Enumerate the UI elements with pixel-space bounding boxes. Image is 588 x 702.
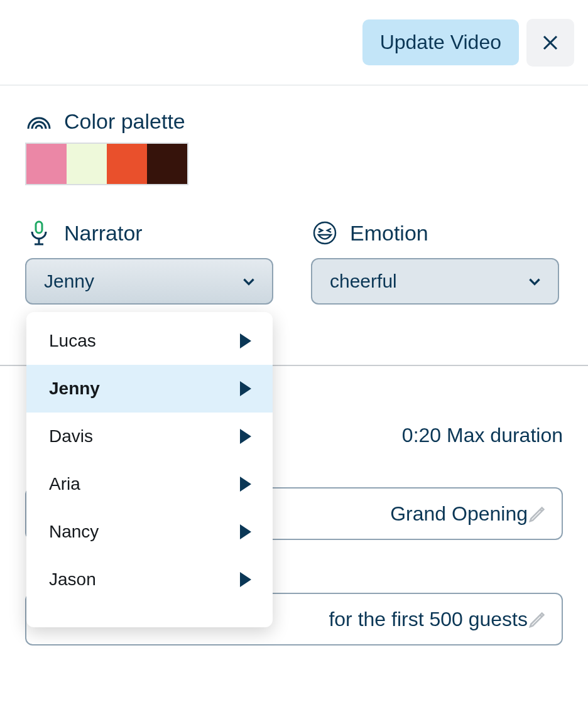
play-icon[interactable]	[240, 477, 251, 492]
narrator-option-nancy[interactable]: Nancy	[26, 508, 273, 556]
svg-rect-0	[36, 222, 42, 233]
narrator-selected-value: Jenny	[44, 271, 94, 292]
play-icon[interactable]	[240, 381, 251, 396]
narrator-option-label: Aria	[49, 474, 80, 494]
emotion-select[interactable]: cheerful	[311, 258, 559, 305]
narrator-option-label: Davis	[49, 426, 93, 446]
pencil-icon[interactable]	[528, 609, 548, 629]
palette-title: Color palette	[64, 109, 185, 134]
palette-swatch-2[interactable]	[107, 144, 147, 184]
update-video-button[interactable]: Update Video	[362, 19, 519, 65]
palette-header: Color palette	[25, 109, 563, 134]
chevron-down-icon	[526, 273, 543, 289]
close-icon	[541, 33, 560, 52]
narrator-option-label: Jason	[49, 570, 96, 590]
play-icon[interactable]	[240, 333, 251, 348]
microphone-icon	[25, 220, 53, 246]
narrator-select[interactable]: Jenny LucasJennyDavisAriaNancyJason	[25, 258, 273, 305]
narrator-option-davis[interactable]: Davis	[26, 413, 273, 460]
narrator-option-label: Nancy	[49, 522, 99, 542]
play-icon[interactable]	[240, 524, 251, 539]
play-icon[interactable]	[240, 429, 251, 444]
narrator-option-aria[interactable]: Aria	[26, 460, 273, 508]
narrator-title: Narrator	[64, 221, 143, 246]
rainbow-icon	[25, 113, 53, 131]
narrator-option-jason[interactable]: Jason	[26, 556, 273, 603]
palette-swatch-0[interactable]	[26, 144, 67, 184]
laugh-icon	[311, 220, 339, 246]
narrator-dropdown: LucasJennyDavisAriaNancyJason	[26, 312, 273, 627]
pencil-icon[interactable]	[528, 504, 548, 524]
palette-swatches	[25, 143, 188, 185]
narrator-option-label: Lucas	[49, 331, 96, 351]
top-bar: Update Video	[0, 0, 588, 85]
svg-point-1	[314, 222, 335, 244]
emotion-selected-value: cheerful	[330, 271, 397, 292]
emotion-title: Emotion	[350, 221, 428, 246]
close-button[interactable]	[526, 19, 574, 67]
narrator-section: Narrator Jenny LucasJennyDavisAriaNancyJ…	[25, 220, 273, 305]
palette-swatch-3[interactable]	[147, 144, 187, 184]
emotion-section: Emotion cheerful	[311, 220, 559, 305]
play-icon[interactable]	[240, 572, 251, 587]
narrator-option-jenny[interactable]: Jenny	[26, 365, 273, 413]
narrator-option-lucas[interactable]: Lucas	[26, 317, 273, 365]
palette-swatch-1[interactable]	[67, 144, 107, 184]
narrator-option-label: Jenny	[49, 379, 100, 399]
controls-panel: Color palette Narrator Jenny	[0, 85, 588, 305]
chevron-down-icon	[241, 273, 257, 289]
